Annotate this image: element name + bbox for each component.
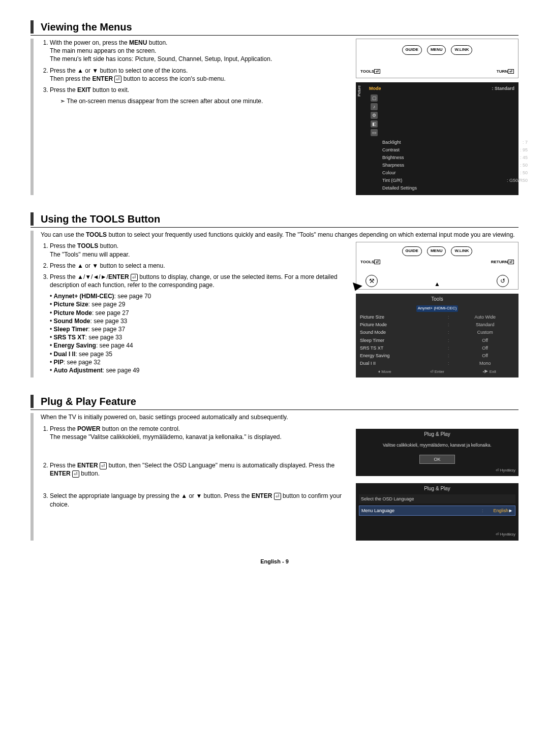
setting-value: Standard (454, 321, 515, 329)
enter-icon: ⏎ (114, 76, 121, 83)
return-circle-icon: ↺ (497, 275, 509, 287)
setting-value (472, 184, 529, 192)
wlink-button: W.LINK (451, 45, 472, 55)
list-item: Picture Size: see page 29 (50, 300, 348, 308)
list-item: Dual I II: see page 35 (50, 350, 348, 358)
remote-diagram: GUIDE MENU W.LINK TOOLS⏎ TURN⏎ (356, 39, 518, 78)
tools-intro: You can use the TOOLS button to select y… (41, 231, 518, 239)
wlink-button: W.LINK (451, 246, 472, 256)
setting-value: Mono (454, 359, 515, 367)
setting-label: Backlight (381, 138, 472, 146)
list-item: Auto Adjustment: see page 49 (50, 366, 348, 374)
move-hint: ♦ Move (378, 369, 391, 375)
section-plug-play: Plug & Play Feature When the TV is initi… (30, 395, 518, 541)
setting-value: : 50 (472, 169, 529, 177)
tools-links: Anynet+ (HDMI-CEC): see page 70Picture S… (41, 292, 348, 374)
step: Press the EXIT button to exit. (50, 86, 348, 94)
step: Press the POWER button on the remote con… (50, 425, 348, 441)
guide-button: GUIDE (402, 246, 422, 256)
list-item: SRS TS XT: see page 33 (50, 333, 348, 341)
note: ➣ The on-screen menus disappear from the… (41, 97, 348, 105)
setting-value: : 7 (472, 138, 529, 146)
picture-settings-table: Backlight: 7Contrast: 95Brightness: 45Sh… (381, 138, 529, 192)
section-viewing-menus: Viewing the Menus With the power on, pre… (30, 20, 518, 195)
ok-button: OK (419, 455, 455, 464)
setting-label: Sharpness (381, 162, 472, 169)
list-item: Picture Mode: see page 27 (50, 309, 348, 317)
accept-hint: ⏎ Hyväksy (359, 531, 515, 538)
osd-tools-title: Tools (359, 296, 515, 303)
heading-tools: Using the TOOLS Button (41, 212, 160, 226)
blank-row (359, 525, 515, 531)
heading-viewing: Viewing the Menus (41, 20, 132, 34)
step: Press the ENTER ⏎ button, then "Select t… (50, 461, 348, 478)
tools-steps: Press the TOOLS button. The "Tools" menu… (41, 242, 348, 289)
heading-accent-bar (30, 395, 34, 408)
mode-value: : Standard (421, 84, 515, 92)
accept-hint: ⏎ Hyväksy (359, 467, 515, 474)
step: With the power on, press the MENU button… (50, 39, 348, 64)
list-item: Anynet+ (HDMI-CEC): see page 70 (50, 292, 348, 300)
exit-hint: ▪⯈ Exit (483, 369, 496, 375)
step: Select the appropriate language by press… (50, 492, 348, 508)
osd-title: Plug & Play (359, 485, 515, 492)
heading-accent-bar (30, 212, 34, 226)
remote-diagram: GUIDE MENU W.LINK TOOLS⏎ RETURN⏎ ⚒ ↺ ▲ (356, 242, 518, 290)
heading-plug: Plug & Play Feature (41, 395, 136, 408)
menu-button: MENU (427, 45, 446, 55)
setting-value: Auto Wide (454, 313, 515, 321)
osd-plugplay-1: Plug & Play Valitse calikkokieli, myymäl… (356, 429, 518, 477)
viewing-steps: With the power on, press the MENU button… (41, 39, 348, 94)
turn-label: TURN⏎ (497, 69, 514, 75)
setting-label: Brightness (381, 153, 472, 161)
body-accent-bar (30, 231, 34, 377)
callout-arrow-icon (350, 282, 362, 293)
osd-title: Plug & Play (359, 431, 515, 438)
anynet-highlight: Anynet+ (HDMi-CEC) (416, 305, 459, 312)
list-item: Sleep Timer: see page 37 (50, 325, 348, 333)
setting-value: Off (454, 352, 515, 359)
heading-accent-bar (30, 20, 34, 34)
tools-label: TOOLS⏎ (360, 69, 380, 75)
picture-tab: Picture (357, 85, 361, 97)
note-arrow-icon: ➣ (60, 98, 65, 105)
setting-label: Tint (G/R) (381, 177, 472, 184)
body-accent-bar (30, 413, 34, 541)
setting-label: Contrast (381, 146, 472, 153)
step: Press the ▲ or ▼ button to select a menu… (50, 262, 348, 270)
step: Press the ▲ or ▼ button to select one of… (50, 67, 348, 83)
osd-subhead: Select the OSD Language (359, 494, 515, 503)
menu-button: MENU (427, 246, 446, 256)
setting-label: SRS TS XT (359, 344, 442, 352)
setting-label: Sound Mode (359, 329, 442, 336)
setting-label: Picture Mode (359, 321, 442, 329)
setting-label: Energy Saving (359, 352, 442, 359)
setting-value: : 45 (472, 153, 529, 161)
up-arrow-icon: ▲ (434, 280, 440, 288)
osd-message: Valitse calikkokieli, myymälädemo, kanav… (359, 439, 515, 451)
enter-icon: ⏎ (274, 493, 281, 500)
tools-circle-icon: ⚒ (365, 275, 378, 287)
setting-value: : G50/R50 (472, 177, 529, 184)
osd-tools-menu: Tools Anynet+ (HDMi-CEC) Picture Size:Au… (356, 294, 518, 377)
list-item: PIP: see page 32 (50, 358, 348, 366)
enter-icon: ⏎ (131, 274, 138, 281)
setting-value: Custom (454, 329, 515, 336)
guide-button: GUIDE (402, 45, 422, 55)
osd-plugplay-2: Plug & Play Select the OSD Language Menu… (356, 483, 518, 541)
setting-label: Sleep Timer (359, 336, 442, 344)
setting-label: Dual I II (359, 359, 442, 367)
blank-row (359, 517, 515, 523)
return-label: RETURN⏎ (491, 260, 514, 265)
plug-steps: Press the POWER button on the remote con… (41, 425, 348, 509)
list-item: Energy Saving: see page 44 (50, 341, 348, 350)
setting-value: Off (454, 336, 515, 344)
osd-picture-menu: Picture Mode : Standard ▢♪⚙◧▭ Backlight:… (356, 82, 518, 195)
setting-label: Colour (381, 169, 472, 177)
osd-footer: ♦ Move ⏎ Enter ▪⯈ Exit (359, 369, 515, 375)
tools-settings-table: Picture Size:Auto WidePicture Mode:Stand… (359, 313, 515, 367)
setting-value: : 50 (472, 162, 529, 169)
setting-label: Picture Size (359, 313, 442, 321)
step: Press the TOOLS button. The "Tools" menu… (50, 242, 348, 258)
step: Press the ▲/▼/◄/►/ENTER ⏎ buttons to dis… (50, 273, 348, 289)
